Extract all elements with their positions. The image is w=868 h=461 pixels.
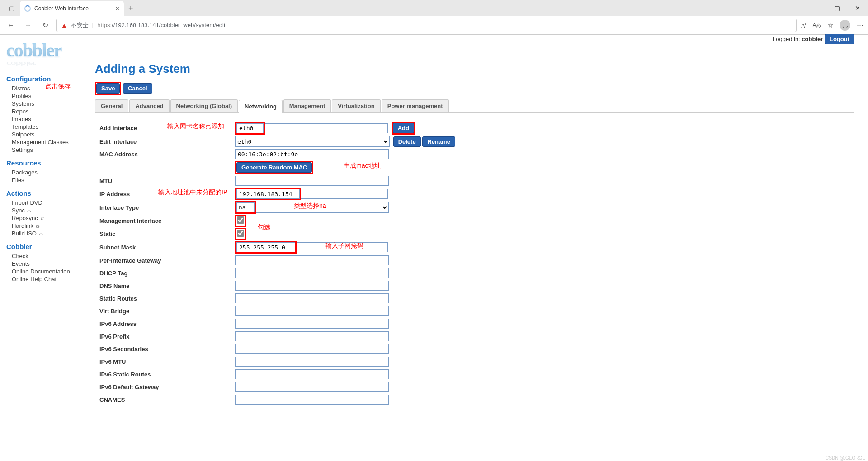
tab-networking-global[interactable]: Networking (Global) bbox=[170, 99, 238, 112]
maximize-button[interactable]: ▢ bbox=[826, 0, 847, 16]
ipv6-address-input[interactable] bbox=[235, 319, 389, 329]
minimize-button[interactable]: — bbox=[806, 0, 826, 16]
insecure-warning-icon: ▲ bbox=[61, 22, 67, 29]
label-mgmt-if: Management Interface bbox=[99, 217, 235, 224]
url-input[interactable]: ▲ 不安全 | https://192.168.183.141/cobbler_… bbox=[56, 19, 797, 32]
dns-name-input[interactable] bbox=[235, 281, 389, 291]
header-auth: Logged in: cobbler Logout bbox=[773, 34, 854, 44]
nav-images[interactable]: Images bbox=[6, 115, 95, 123]
delete-button[interactable]: Delete bbox=[393, 136, 421, 147]
reader-mode-icon[interactable]: A› bbox=[801, 21, 806, 29]
sidebar: cobbler cobbler Configuration Distros Pr… bbox=[0, 35, 95, 461]
subnet-input[interactable] bbox=[236, 242, 295, 252]
nav-repos[interactable]: Repos bbox=[6, 108, 95, 115]
label-per-gw: Per-Interface Gateway bbox=[99, 257, 235, 264]
static-routes-input[interactable] bbox=[235, 293, 389, 303]
annotation-iftype: 类型选择na bbox=[294, 202, 326, 210]
generate-mac-button[interactable]: Generate Random MAC bbox=[236, 162, 312, 173]
browser-tab[interactable]: Cobbler Web Interface × bbox=[20, 1, 124, 16]
profile-avatar[interactable]: ◡ bbox=[840, 20, 850, 31]
page-body: cobbler cobbler Configuration Distros Pr… bbox=[0, 35, 868, 461]
nav-reposync[interactable]: Reposync ☼ bbox=[6, 214, 95, 222]
logout-button[interactable]: Logout bbox=[825, 34, 854, 44]
mtu-input[interactable] bbox=[235, 176, 389, 186]
more-menu-icon[interactable]: ⋯ bbox=[857, 21, 863, 29]
label-static: Static bbox=[99, 230, 235, 237]
ipv6-mtu-input[interactable] bbox=[235, 357, 389, 367]
label-sroutes: Static Routes bbox=[99, 295, 235, 302]
add-interface-input[interactable] bbox=[236, 123, 264, 133]
nav-management-classes[interactable]: Management Classes bbox=[6, 138, 95, 146]
annotation-save: 点击保存 bbox=[45, 83, 71, 91]
tab-advanced[interactable]: Advanced bbox=[129, 99, 169, 112]
nav-settings[interactable]: Settings bbox=[6, 146, 95, 154]
label-dhcp: DHCP Tag bbox=[99, 270, 235, 277]
ipv6-secondaries-input[interactable] bbox=[235, 344, 389, 354]
logged-in-label: Logged in: bbox=[773, 36, 800, 42]
favorites-icon[interactable]: ☆ bbox=[827, 21, 833, 29]
toolbar-icons: A› Aあ ☆ ◡ ⋯ bbox=[801, 20, 863, 31]
nav-section-actions: Actions bbox=[6, 189, 95, 197]
back-button[interactable]: ← bbox=[5, 19, 17, 32]
tab-general[interactable]: General bbox=[95, 99, 128, 112]
nav-templates[interactable]: Templates bbox=[6, 123, 95, 131]
label-dns: DNS Name bbox=[99, 282, 235, 289]
add-button[interactable]: Add bbox=[393, 123, 414, 133]
edit-interface-select[interactable]: eth0 bbox=[235, 136, 390, 147]
label-ip6p: IPv6 Prefix bbox=[99, 333, 235, 340]
nav-profiles[interactable]: Profiles bbox=[6, 92, 95, 100]
new-tab-button[interactable]: + bbox=[124, 4, 138, 13]
label-ip6a: IPv6 Address bbox=[99, 320, 235, 327]
nav-import-dvd[interactable]: Import DVD bbox=[6, 199, 95, 207]
translate-icon[interactable]: Aあ bbox=[813, 22, 821, 28]
ip-input[interactable] bbox=[236, 189, 300, 199]
tab-strip: General Advanced Networking (Global) Net… bbox=[95, 99, 854, 113]
nav-build-iso[interactable]: Build ISO ☼ bbox=[6, 230, 95, 237]
loading-spinner-icon bbox=[24, 5, 31, 12]
tab-virtualization[interactable]: Virtualization bbox=[332, 99, 380, 112]
cnames-input[interactable] bbox=[235, 395, 389, 405]
tab-close-button[interactable]: × bbox=[116, 5, 119, 12]
virt-bridge-input[interactable] bbox=[235, 306, 389, 316]
annotation-check: 勾选 bbox=[258, 223, 270, 231]
nav-online-docs[interactable]: Online Documentation bbox=[6, 268, 95, 275]
nav-hardlink[interactable]: Hardlink ☼ bbox=[6, 222, 95, 230]
nav-systems[interactable]: Systems bbox=[6, 100, 95, 108]
ipv6-prefix-input[interactable] bbox=[235, 331, 389, 341]
nav-online-help[interactable]: Online Help Chat bbox=[6, 275, 95, 283]
nav-events[interactable]: Events bbox=[6, 260, 95, 268]
save-button[interactable]: Save bbox=[96, 83, 120, 94]
username: cobbler bbox=[802, 36, 823, 42]
nav-snippets[interactable]: Snippets bbox=[6, 131, 95, 138]
label-edit-interface: Edit interface bbox=[99, 138, 235, 145]
label-ip6r: IPv6 Static Routes bbox=[99, 371, 235, 378]
nav-packages[interactable]: Packages bbox=[6, 169, 95, 176]
management-interface-checkbox[interactable] bbox=[237, 216, 244, 224]
ipv6-static-routes-input[interactable] bbox=[235, 369, 389, 379]
tab-networking[interactable]: Networking bbox=[239, 100, 283, 113]
label-ip6m: IPv6 MTU bbox=[99, 358, 235, 365]
cobbler-logo: cobbler bbox=[6, 39, 95, 61]
annotation-add-interface: 输入网卡名称点添加 bbox=[167, 122, 224, 131]
cancel-button[interactable]: Cancel bbox=[123, 83, 152, 94]
tab-power-management[interactable]: Power management bbox=[382, 99, 449, 112]
close-window-button[interactable]: ✕ bbox=[847, 0, 868, 16]
annotation-gen-mac: 生成mac地址 bbox=[344, 162, 381, 170]
label-subnet: Subnet Mask bbox=[99, 244, 235, 251]
mac-input[interactable] bbox=[235, 149, 389, 159]
tab-overview-button[interactable]: ▢ bbox=[4, 0, 20, 16]
per-interface-gateway-input[interactable] bbox=[235, 255, 389, 265]
refresh-button[interactable]: ↻ bbox=[39, 19, 52, 32]
nav-files[interactable]: Files bbox=[6, 176, 95, 184]
tab-title: Cobbler Web Interface bbox=[34, 5, 112, 12]
nav-sync[interactable]: Sync ☼ bbox=[6, 207, 95, 214]
ipv6-default-gateway-input[interactable] bbox=[235, 382, 389, 392]
tab-management[interactable]: Management bbox=[283, 99, 331, 112]
main-content: Logged in: cobbler Logout Adding a Syste… bbox=[95, 35, 868, 461]
address-bar: ← → ↻ ▲ 不安全 | https://192.168.183.141/co… bbox=[0, 16, 868, 34]
nav-check[interactable]: Check bbox=[6, 252, 95, 260]
static-checkbox[interactable] bbox=[237, 230, 244, 237]
nav-section-resources: Resources bbox=[6, 159, 95, 167]
dhcp-tag-input[interactable] bbox=[235, 268, 389, 278]
rename-button[interactable]: Rename bbox=[422, 136, 455, 147]
